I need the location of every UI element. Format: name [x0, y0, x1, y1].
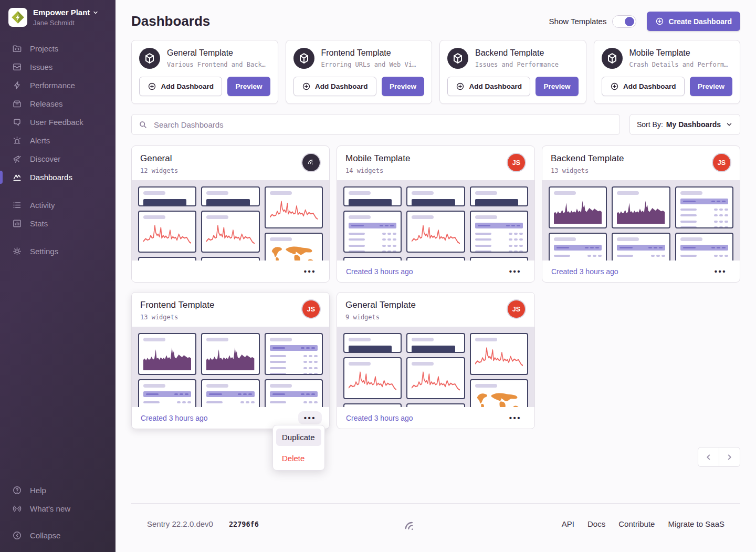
- preview-column: [406, 333, 465, 401]
- dashboard-context-menu-button[interactable]: •••: [503, 265, 527, 278]
- widget-clipped: [470, 257, 528, 261]
- sidebar-item-projects[interactable]: Projects: [0, 39, 116, 58]
- dashboard-context-menu-button[interactable]: •••: [709, 265, 732, 278]
- add-dashboard-button[interactable]: Add Dashboard: [447, 77, 530, 96]
- template-icon: [602, 48, 623, 69]
- add-dashboard-button[interactable]: Add Dashboard: [602, 77, 685, 96]
- template-description: Crash Details and Perform…: [629, 61, 728, 68]
- dashboard-card-mobile-template[interactable]: Mobile Template 14 widgets JS Created 3 …: [337, 145, 535, 283]
- add-dashboard-button[interactable]: Add Dashboard: [293, 77, 376, 96]
- widget-big-number: [406, 186, 465, 206]
- activity-icon: [12, 200, 22, 210]
- dashboard-context-menu-button[interactable]: •••: [298, 411, 322, 424]
- dashboard-card-general[interactable]: General 12 widgets •••: [131, 145, 330, 283]
- plus-circle-icon: [655, 17, 664, 26]
- widget-world-map: [470, 379, 528, 407]
- dashboard-widget-count: 14 widgets: [345, 167, 410, 174]
- sidebar-item-performance[interactable]: Performance: [0, 76, 116, 95]
- widget-line-chart: [265, 186, 323, 228]
- footer-link-docs[interactable]: Docs: [587, 519, 605, 528]
- template-title: Backend Template: [475, 48, 559, 58]
- footer: Sentry 22.2.0.dev0 22796f6 APIDocsContri…: [131, 503, 740, 552]
- sidebar-item-label: Help: [30, 486, 46, 495]
- widget-clipped: [201, 257, 259, 261]
- add-dashboard-button[interactable]: Add Dashboard: [139, 77, 222, 96]
- sidebar-item-what-s-new[interactable]: What's new: [0, 499, 116, 518]
- dashboard-title: Mobile Template: [345, 153, 410, 164]
- dashboard-card-backend-template[interactable]: Backend Template 13 widgets JS Created 3…: [542, 145, 740, 283]
- widget-line-chart: [470, 333, 528, 375]
- sidebar-item-collapse[interactable]: Collapse: [0, 526, 116, 545]
- page-title: Dashboards: [131, 13, 210, 29]
- sidebar-item-releases[interactable]: Releases: [0, 95, 116, 113]
- dashboard-widget-count: 13 widgets: [140, 314, 214, 321]
- dashboard-title: General Template: [345, 300, 416, 310]
- sidebar-item-alerts[interactable]: Alerts: [0, 131, 116, 150]
- sidebar-item-label: What's new: [30, 504, 70, 514]
- template-description: Various Frontend and Back…: [167, 61, 266, 68]
- preview-column: [343, 186, 402, 254]
- menu-item-duplicate[interactable]: Duplicate: [276, 429, 321, 446]
- whats-new-icon: [12, 504, 22, 514]
- sidebar-item-issues[interactable]: Issues: [0, 58, 116, 76]
- preview-button[interactable]: Preview: [382, 77, 424, 96]
- sidebar: Empower Plant Jane Schmidt ProjectsIssue…: [0, 0, 116, 552]
- footer-link-api[interactable]: API: [562, 519, 574, 528]
- sidebar-item-label: Activity: [30, 201, 55, 210]
- dashboard-context-menu-button[interactable]: •••: [298, 265, 322, 278]
- sidebar-item-label: Settings: [30, 247, 58, 256]
- search-box: [131, 114, 620, 135]
- preview-button[interactable]: Preview: [227, 77, 270, 96]
- sidebar-item-help[interactable]: Help: [0, 481, 116, 499]
- dashboard-preview: [542, 180, 740, 261]
- footer-link-contribute[interactable]: Contribute: [618, 519, 655, 528]
- settings-icon: [12, 246, 22, 256]
- widget-table: [343, 211, 402, 253]
- template-title: Mobile Template: [629, 48, 728, 58]
- template-icon: [139, 48, 160, 69]
- chevron-down-icon: [92, 9, 99, 16]
- user-avatar: JS: [508, 154, 525, 171]
- sidebar-item-stats[interactable]: Stats: [0, 214, 116, 233]
- search-input[interactable]: [153, 120, 613, 130]
- next-page-button[interactable]: [719, 447, 740, 467]
- dashboard-card-frontend-template[interactable]: Frontend Template 13 widgets JS Created …: [131, 292, 330, 429]
- plus-circle-icon: [148, 82, 156, 91]
- widget-big-number: [201, 186, 259, 206]
- widget-clipped: [343, 257, 402, 261]
- plus-circle-icon: [302, 82, 311, 91]
- create-dashboard-button[interactable]: Create Dashboard: [647, 12, 740, 31]
- widget-clipped: [138, 257, 196, 261]
- footer-link-migrate-to-saas[interactable]: Migrate to SaaS: [668, 519, 724, 528]
- dashboards-icon: [12, 172, 22, 182]
- dashboard-created: Created 3 hours ago: [141, 414, 208, 422]
- sidebar-item-user-feedback[interactable]: User Feedback: [0, 113, 116, 131]
- widget-table: [470, 211, 528, 253]
- preview-column: [138, 186, 196, 254]
- template-card-frontend-template: Frontend Template Erroring URLs and Web …: [286, 40, 433, 104]
- sidebar-item-dashboards[interactable]: Dashboards: [0, 168, 116, 186]
- dashboard-created: Created 3 hours ago: [551, 267, 618, 276]
- sidebar-item-activity[interactable]: Activity: [0, 196, 116, 214]
- previous-page-button[interactable]: [698, 447, 719, 467]
- org-switcher[interactable]: Empower Plant Jane Schmidt: [0, 0, 116, 32]
- menu-item-delete[interactable]: Delete: [276, 450, 321, 467]
- sort-value: My Dashboards: [666, 120, 721, 129]
- preview-button[interactable]: Preview: [536, 77, 578, 96]
- dashboard-card-general-template[interactable]: General Template 9 widgets JS Created 3 …: [337, 292, 535, 429]
- widget-big-number: [343, 333, 402, 353]
- preview-column: [265, 333, 323, 401]
- sidebar-item-discover[interactable]: Discover: [0, 150, 116, 168]
- widget-line-chart: [138, 211, 196, 253]
- show-templates-toggle[interactable]: [612, 15, 636, 28]
- widget-area-chart: [612, 186, 670, 228]
- widget-area-chart: [138, 333, 196, 375]
- sidebar-item-settings[interactable]: Settings: [0, 242, 116, 261]
- widget-area-chart: [549, 186, 607, 228]
- sort-dropdown[interactable]: Sort By: My Dashboards: [629, 114, 740, 135]
- widget-big-number: [406, 333, 465, 353]
- user-feedback-icon: [12, 117, 22, 127]
- preview-button[interactable]: Preview: [690, 77, 732, 96]
- dashboard-created: Created 3 hours ago: [346, 414, 413, 422]
- dashboard-context-menu-button[interactable]: •••: [503, 411, 527, 424]
